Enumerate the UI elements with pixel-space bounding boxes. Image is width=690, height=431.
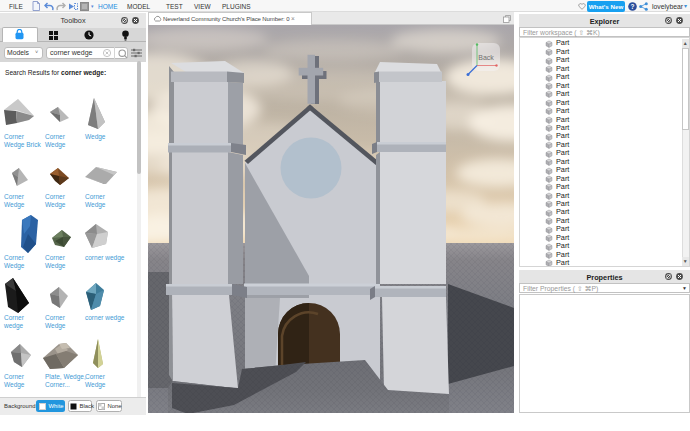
svg-text:Back: Back <box>478 54 494 61</box>
svg-text:?: ? <box>631 2 635 9</box>
